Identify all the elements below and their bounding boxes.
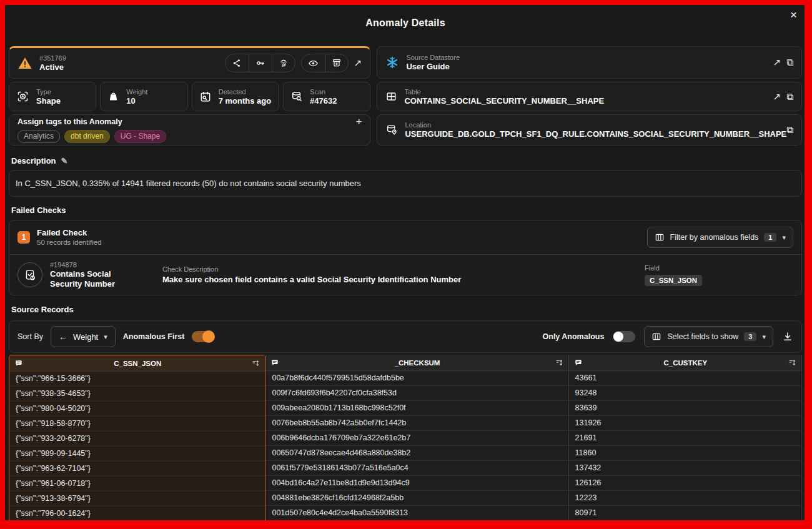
archive-icon[interactable]: [325, 54, 348, 72]
filter-anomalous-fields-dropdown[interactable]: Filter by anomalous fields 1 ▾: [647, 227, 793, 248]
tag-analytics[interactable]: Analytics: [17, 130, 60, 143]
eye-icon[interactable]: [302, 54, 325, 72]
status-actions-group-1: [225, 54, 295, 72]
select-fields-dropdown[interactable]: Select fields to show 3 ▾: [644, 326, 773, 347]
table-cell: 83639: [569, 401, 801, 416]
tag-ug-shape[interactable]: UG - Shape: [114, 130, 166, 143]
weight-label: Weight: [126, 87, 147, 96]
add-tag-icon[interactable]: +: [356, 117, 362, 127]
column-header[interactable]: C_CUSTKEY: [569, 355, 801, 371]
key-icon[interactable]: [249, 54, 272, 72]
check-description-label: Check Description: [162, 265, 461, 274]
comment-icon: [574, 358, 583, 367]
copy-datastore-icon[interactable]: ⧉: [786, 57, 793, 68]
failed-check-count-badge: 1: [17, 231, 30, 244]
failed-checks-heading: Failed Checks: [11, 205, 800, 215]
column-name: _CHECKSUM: [283, 359, 551, 367]
detected-card: Detected 7 months ago: [192, 82, 279, 111]
anomaly-status-card: #351769 Active: [9, 46, 370, 79]
table-cell: {"ssn":"961-06-0718"}: [9, 477, 265, 492]
field-label: Field: [645, 264, 793, 273]
table-cell: 001d507e80c4e4d2ce4ba0a5590f8313: [265, 506, 568, 521]
records-table: C_SSN_JSON{"ssn":"966-15-3666"}{"ssn":"9…: [9, 355, 802, 522]
sort-icon[interactable]: [788, 358, 796, 367]
anomalous-first-toggle[interactable]: [192, 331, 214, 342]
anomaly-details-modal: Anomaly Details × #351769 Active: [0, 0, 812, 529]
anomaly-id: #351769: [39, 54, 66, 62]
table-cell: {"ssn":"980-04-5020"}: [9, 402, 265, 417]
sort-dropdown[interactable]: ← Weight ▾: [51, 326, 116, 347]
column-header[interactable]: C_SSN_JSON: [9, 355, 265, 372]
table-cell: 43661: [569, 371, 801, 386]
detected-label: Detected: [219, 87, 272, 96]
table-cell: 006b9646dcba176709eb7a322e61e2b7: [265, 431, 568, 446]
filter-dropdown-badge: 1: [764, 233, 776, 242]
chevron-down-icon: ▾: [762, 333, 766, 341]
status-actions-group-2: [301, 54, 349, 72]
share-icon[interactable]: [225, 54, 249, 72]
open-table-icon[interactable]: ↗: [773, 91, 781, 102]
sort-by-label: Sort By: [17, 332, 43, 341]
table-cell: {"ssn":"989-09-1445"}: [9, 447, 265, 462]
column-header[interactable]: _CHECKSUM: [265, 355, 568, 371]
failed-check-row[interactable]: #194878 Contains Social Security Number …: [9, 255, 801, 295]
weight-value: 10: [126, 96, 147, 106]
summary-right-column: Source Datastore User Guide ↗ ⧉ Table CO…: [377, 46, 802, 146]
table-cell: 0076beb8b55ab8b742a5b0ef7fc1442b: [265, 416, 568, 431]
sort-icon[interactable]: [252, 359, 260, 367]
location-value: USERGUIDE_DB.GOLD_TPCH_SF1_DQ_RULE.CONTA…: [405, 129, 786, 139]
anomalous-first-label: Anomalous First: [123, 332, 185, 341]
source-records-title: Source Records: [11, 305, 74, 314]
summary-left-column: #351769 Active: [9, 46, 370, 146]
check-type-icon: [17, 262, 42, 287]
edit-description-icon[interactable]: ✎: [61, 156, 68, 166]
table-cell: 0061f5779e53186143b077a516e5a0c4: [265, 461, 568, 476]
check-name: Contains Social Security Number: [50, 269, 145, 289]
table-cell: 12223: [569, 491, 801, 506]
toggle-knob: [202, 330, 215, 343]
scan-label: Scan: [310, 87, 337, 96]
table-cell: {"ssn":"913-38-6794"}: [9, 492, 265, 507]
sort-direction-icon: ←: [59, 332, 67, 342]
tag-dbt-driven[interactable]: dbt driven: [64, 130, 110, 143]
sort-icon[interactable]: [555, 358, 563, 367]
shape-type-icon: [16, 90, 29, 103]
table-cell: 80971: [569, 506, 801, 521]
open-datastore-icon[interactable]: ↗: [773, 57, 781, 68]
meta-cards-row: Type Shape Weight 10: [9, 82, 370, 111]
source-datastore-value: User Guide: [406, 62, 460, 72]
copy-location-icon[interactable]: ⧉: [786, 124, 793, 136]
modal-header: Anomaly Details ×: [9, 5, 802, 41]
location-label: Location: [405, 121, 786, 129]
snowflake-icon: [385, 56, 399, 69]
table-value: CONTAINS_SOCIAL_SECURITY_NUMBER__SHAPE: [404, 96, 604, 106]
table-cell: {"ssn":"918-58-8770"}: [9, 417, 265, 432]
page-title: Anomaly Details: [365, 17, 445, 29]
description-title: Description: [11, 156, 56, 166]
table-cell: 004bd16c4a27e11be8d1d9e9d13d94c9: [265, 476, 568, 491]
table-column: _CHECKSUM00a7b8f6dc440f5799515d58dafdb5b…: [265, 355, 568, 521]
close-icon[interactable]: ×: [790, 9, 797, 21]
table-cell: 009f7c6fd693f6b42207cf0cfa38f53d: [265, 386, 568, 401]
type-value: Shape: [36, 96, 61, 106]
description-heading: Description ✎: [11, 156, 800, 166]
comment-icon: [14, 359, 23, 368]
open-anomaly-icon[interactable]: ↗: [354, 57, 362, 69]
download-icon[interactable]: [782, 331, 793, 342]
table-cell: 009abeea2080b1713b168bc998c52f0f: [265, 401, 568, 416]
check-id: #194878: [50, 260, 145, 269]
columns-icon: [651, 332, 661, 342]
failed-check-subtitle: 50 records identified: [37, 238, 102, 247]
copy-table-icon[interactable]: ⧉: [786, 91, 793, 102]
scan-value: #47632: [310, 96, 337, 106]
only-anomalous-toggle[interactable]: [613, 331, 635, 342]
warning-icon: [17, 56, 32, 71]
source-records-heading: Source Records: [11, 305, 800, 314]
table-cell: {"ssn":"933-20-6278"}: [9, 432, 265, 447]
chevron-down-icon: ▾: [104, 333, 107, 341]
chevron-down-icon: ▾: [782, 234, 786, 242]
fingerprint-icon[interactable]: [272, 54, 295, 72]
table-cell: {"ssn":"963-62-7104"}: [9, 462, 265, 477]
columns-icon: [655, 232, 665, 242]
select-fields-label: Select fields to show: [667, 332, 738, 341]
